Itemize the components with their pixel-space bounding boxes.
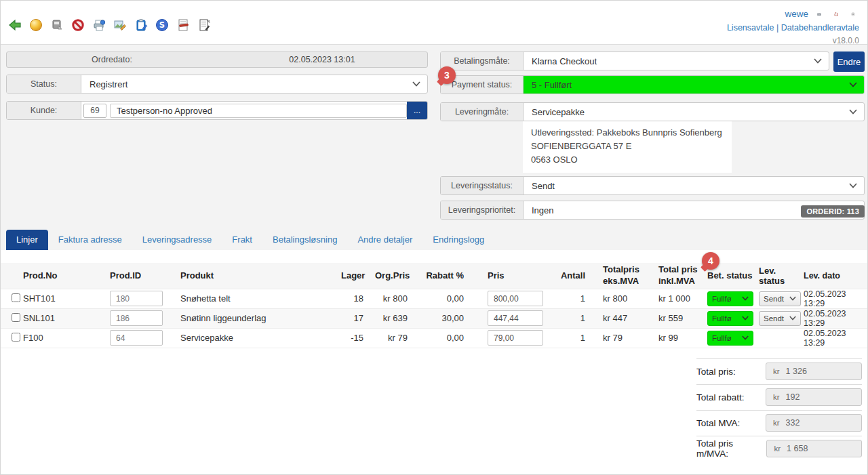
- endre-button[interactable]: Endre: [833, 51, 865, 72]
- leveringmate-value: Servicepakke: [532, 107, 845, 117]
- address-line: Utleveringssted: Pakkeboks Bunnpris Sofi…: [531, 126, 722, 140]
- leveringsstatus-select[interactable]: Sendt: [524, 177, 864, 194]
- row-checkbox[interactable]: [12, 293, 20, 302]
- bet-status-value: Fullfø: [712, 334, 732, 342]
- lev-status-select[interactable]: Sendt: [759, 311, 801, 326]
- pris-input[interactable]: [488, 330, 543, 346]
- ordredato-label: Ordredato:: [7, 55, 217, 64]
- tab-faktura-adresse[interactable]: Faktura adresse: [48, 230, 132, 250]
- annotation-badge-4: 4: [702, 252, 719, 270]
- bet-status-select[interactable]: Fullfø: [707, 331, 753, 346]
- order-lines-table: Prod.No Prod.ID Produkt Lager Org.Pris R…: [1, 263, 868, 348]
- lev-status-value: Sendt: [764, 295, 784, 303]
- image-edit-icon[interactable]: [113, 18, 127, 33]
- row-checkbox[interactable]: [12, 313, 20, 322]
- cell-lev-dato: 02.05.2023 13:29: [804, 289, 868, 308]
- dpa-link[interactable]: Databehandleravtale: [781, 23, 859, 33]
- bet-status-value: Fullfø: [712, 295, 732, 303]
- table-row: SNL101 Snøtinn liggeunderlag 17 kr 639 3…: [1, 308, 868, 328]
- header-prodno: Prod.No: [21, 263, 107, 289]
- currency-prefix: kr: [773, 419, 780, 427]
- order-left-column: Ordredato: 02.05.2023 13:01 Status: Regi…: [6, 51, 428, 228]
- leveringsstatus-field: Leveringsstatus: Sendt: [440, 176, 865, 195]
- help-buoy-icon[interactable]: [830, 8, 842, 20]
- leveringsprioritet-label: Leveringsprioritet:: [441, 201, 524, 219]
- block-icon[interactable]: [71, 18, 85, 33]
- total-rabatt-row: Total rabatt: kr192: [696, 384, 862, 410]
- svg-text:S: S: [159, 20, 165, 30]
- lev-status-value: Sendt: [764, 314, 784, 323]
- header-right: wewe Lisensavtale | Databehandleravtale …: [727, 5, 859, 44]
- cell-rabatt: 30,00: [421, 308, 477, 328]
- print-preview-icon[interactable]: [92, 18, 106, 33]
- table-row: SHT101 Snøhetta telt 18 kr 800 0,00 1 kr…: [1, 289, 868, 308]
- cell-totalpris-inkl: kr 1 000: [656, 289, 706, 308]
- cell-totalpris-inkl: kr 559: [656, 308, 706, 328]
- tab-endringslogg[interactable]: Endringslogg: [422, 230, 494, 250]
- tab-leveringsadresse[interactable]: Leveringsadresse: [132, 230, 222, 250]
- total-pris-mva-value: 1 658: [787, 444, 808, 453]
- ball-icon[interactable]: [28, 18, 43, 33]
- chevron-down-icon: [412, 81, 420, 87]
- currency-prefix: kr: [773, 367, 780, 375]
- cell-totalpris-eks: kr 800: [600, 289, 656, 308]
- pris-input[interactable]: [488, 310, 543, 326]
- license-link[interactable]: Lisensavtale: [727, 23, 774, 33]
- bet-status-select[interactable]: Fullfø: [707, 291, 753, 306]
- cell-totalpris-inkl: kr 99: [656, 328, 706, 348]
- betalingsmate-label: Betalingsmåte:: [441, 52, 524, 70]
- document-edit-icon[interactable]: [197, 18, 212, 33]
- header-lager: Lager: [341, 263, 375, 289]
- envelope-icon[interactable]: [813, 8, 825, 20]
- kunde-name-input[interactable]: [110, 104, 407, 118]
- printer-icon[interactable]: [50, 18, 64, 33]
- cell-totalpris-eks: kr 79: [600, 328, 656, 348]
- top-header: S wewe Lisensavtale | Databehandleravtal…: [1, 1, 867, 44]
- document-marker-icon[interactable]: [176, 18, 191, 33]
- total-pris-mva-label: Total pris m/MVA:: [696, 438, 766, 459]
- kunde-browse-button[interactable]: ...: [407, 101, 427, 120]
- status-label: Status:: [7, 75, 81, 93]
- payment-status-value: 5 - Fullført: [532, 80, 845, 90]
- total-mva-row: Total MVA: kr332: [696, 410, 862, 436]
- table-row: F100 Servicepakke -15 kr 79 0,00 1 kr 79…: [1, 328, 868, 348]
- header-prodid: Prod.ID: [107, 263, 175, 289]
- currency-prefix: kr: [773, 393, 780, 401]
- prodid-input[interactable]: [110, 310, 163, 326]
- cell-antall: 1: [558, 328, 600, 348]
- header-totalpris-inkl: Total pris inkl.MVA: [656, 263, 706, 289]
- betalingsmate-select[interactable]: Klarna Checkout: [524, 52, 829, 70]
- ordredato-bar: Ordredato: 02.05.2023 13:01: [6, 51, 428, 68]
- user-link[interactable]: wewe: [785, 7, 808, 22]
- status-value: Registrert: [90, 79, 408, 89]
- pris-input[interactable]: [488, 291, 543, 306]
- back-icon[interactable]: [7, 18, 22, 33]
- row-checkbox[interactable]: [12, 333, 20, 342]
- close-icon[interactable]: [847, 8, 859, 20]
- table-header-row: Prod.No Prod.ID Produkt Lager Org.Pris R…: [1, 263, 868, 289]
- order-lines-section: Prod.No Prod.ID Produkt Lager Org.Pris R…: [1, 250, 867, 474]
- cell-rabatt: 0,00: [421, 328, 477, 348]
- cell-prodno: SNL101: [21, 308, 107, 328]
- tab-andre-detaljer[interactable]: Andre detaljer: [347, 230, 422, 250]
- status-field: Status: Registrert: [6, 75, 428, 94]
- cell-lev-dato: 02.05.2023 13:29: [804, 328, 868, 348]
- chevron-down-icon: [814, 58, 822, 64]
- prodid-input[interactable]: [110, 330, 163, 346]
- skype-icon[interactable]: S: [155, 18, 170, 33]
- status-select[interactable]: Registrert: [81, 75, 427, 93]
- header-pris: Pris: [477, 263, 558, 289]
- address-line: SOFIENBERGGATA 57 E: [531, 140, 722, 153]
- prodid-input[interactable]: [110, 291, 163, 306]
- leveringmate-select[interactable]: Servicepakke: [524, 103, 864, 121]
- order-id-badge: ORDERID: 113: [801, 205, 865, 218]
- tab-betalingslosning[interactable]: Betalingsløsning: [262, 230, 347, 250]
- kunde-id-input[interactable]: [83, 104, 106, 118]
- bet-status-select[interactable]: Fullfø: [707, 311, 753, 326]
- total-pris-mva-row: Total pris m/MVA: kr1 658: [696, 436, 862, 461]
- payment-status-select[interactable]: 5 - Fullført: [524, 76, 864, 94]
- clipboard-icon[interactable]: [134, 18, 149, 33]
- tab-linjer[interactable]: Linjer: [6, 230, 48, 250]
- tab-frakt[interactable]: Frakt: [222, 230, 262, 250]
- lev-status-select[interactable]: Sendt: [759, 291, 801, 306]
